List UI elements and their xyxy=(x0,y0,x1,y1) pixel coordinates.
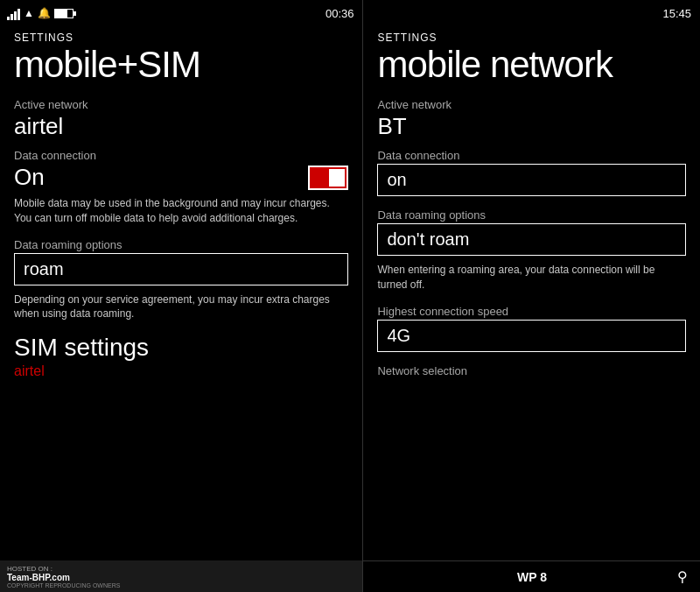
right-roaming-label: Data roaming options xyxy=(377,208,686,222)
right-active-network-label: Active network xyxy=(377,98,686,111)
right-network-selection-label: Network selection xyxy=(377,364,686,377)
right-roaming-description: When entering a roaming area, your data … xyxy=(377,263,686,292)
right-bottom-bar: WP 8 ⚲ xyxy=(363,560,700,592)
left-active-network-label: Active network xyxy=(14,98,348,111)
left-status-bar: ▲ 🔔 00:36 xyxy=(0,0,362,25)
right-active-network-value: BT xyxy=(377,113,686,140)
left-active-network-value: airtel xyxy=(14,113,348,140)
wifi-icon: ▲ xyxy=(24,7,34,19)
bar2 xyxy=(10,14,13,20)
bar4 xyxy=(18,9,20,20)
right-data-connection-input[interactable] xyxy=(377,164,686,196)
right-status-time: 15:45 xyxy=(662,7,691,20)
right-highest-connection-label: Highest connection speed xyxy=(377,305,686,318)
right-roaming-input[interactable] xyxy=(377,223,686,256)
right-panel: 15:45 SETTINGS mobile network Active net… xyxy=(363,0,700,592)
right-highest-connection-input[interactable] xyxy=(377,320,686,352)
left-data-description: Mobile data may be used in the backgroun… xyxy=(14,196,348,226)
left-data-connection-label: Data connection xyxy=(14,149,348,162)
battery-fill xyxy=(55,10,67,18)
bar3 xyxy=(14,11,17,20)
left-roaming-description: Depending on your service agreement, you… xyxy=(14,292,348,322)
search-icon[interactable]: ⚲ xyxy=(677,568,688,585)
left-data-connection-value: On xyxy=(14,164,45,191)
watermark: HOSTED ON : Team-BHP.com COPYRIGHT REPRO… xyxy=(7,565,120,588)
right-page-title: mobile network xyxy=(377,46,686,84)
signal-bars-icon xyxy=(7,6,20,20)
left-panel: ▲ 🔔 00:36 SETTINGS mobile+SIM Active net… xyxy=(0,0,362,592)
left-content: SETTINGS mobile+SIM Active network airte… xyxy=(0,25,362,379)
notification-icon: 🔔 xyxy=(38,7,51,19)
toggle-knob xyxy=(329,169,345,187)
left-status-time: 00:36 xyxy=(326,7,354,20)
left-sim-settings-title: SIM settings xyxy=(14,334,348,362)
left-sim-settings-subtitle: airtel xyxy=(14,363,348,379)
left-toggle-switch[interactable] xyxy=(308,166,348,190)
bar1 xyxy=(7,17,10,20)
battery-tip xyxy=(74,11,76,16)
left-page-title: mobile+SIM xyxy=(14,46,348,84)
toggle-box[interactable] xyxy=(308,166,348,190)
wp-label: WP 8 xyxy=(517,570,547,584)
watermark-line3: COPYRIGHT REPRODUCING OWNERS xyxy=(7,582,120,588)
right-status-bar: 15:45 xyxy=(363,0,700,25)
left-settings-label: SETTINGS xyxy=(14,32,348,44)
left-bottom-bar: HOSTED ON : Team-BHP.com COPYRIGHT REPRO… xyxy=(0,560,362,592)
left-data-connection-row: On xyxy=(14,164,348,191)
watermark-line1: HOSTED ON : xyxy=(7,565,120,573)
right-data-connection-label: Data connection xyxy=(377,149,686,162)
left-status-icons: ▲ 🔔 xyxy=(7,6,76,20)
right-settings-label: SETTINGS xyxy=(377,32,686,44)
left-roaming-label: Data roaming options xyxy=(14,238,348,251)
watermark-line2: Team-BHP.com xyxy=(7,573,120,582)
right-content: SETTINGS mobile network Active network B… xyxy=(363,25,700,377)
battery-icon xyxy=(54,9,76,18)
battery-body xyxy=(54,9,74,18)
left-roaming-input[interactable] xyxy=(14,253,348,285)
